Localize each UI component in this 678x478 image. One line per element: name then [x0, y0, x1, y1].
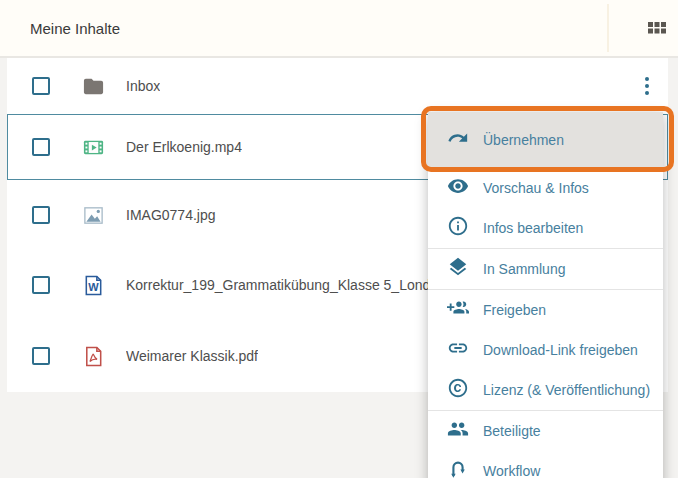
menu-item-label: Workflow — [483, 463, 540, 478]
menu-item-label: Lizenz (& Veröffentlichung) — [483, 382, 650, 398]
menu-item-label: Download-Link freigeben — [483, 342, 638, 358]
word-file-icon: W — [81, 273, 105, 297]
image-file-icon — [81, 203, 105, 227]
grid-view-icon — [647, 18, 667, 42]
people-icon — [447, 418, 469, 444]
file-name: Korrektur_199_Grammatikübung_Klasse 5_Lo… — [126, 277, 430, 293]
pdf-file-icon — [81, 344, 105, 368]
menu-item-label: Beteiligte — [483, 423, 541, 439]
menu-item-in-sammlung[interactable]: In Sammlung — [428, 249, 663, 289]
row-checkbox[interactable] — [32, 276, 50, 294]
menu-item-infos-bearbeiten[interactable]: Infos bearbeiten — [428, 208, 663, 248]
menu-item-vorschau-infos[interactable]: Vorschau & Infos — [428, 168, 663, 208]
file-name: Inbox — [126, 78, 160, 94]
menu-item-label: Übernehmen — [483, 132, 564, 148]
redo-arrow-icon — [447, 127, 469, 153]
app-window: Meine Inhalte Inbox — [0, 0, 678, 478]
menu-item-label: Freigeben — [483, 302, 546, 318]
grid-view-button[interactable] — [646, 19, 668, 41]
page-title: Meine Inhalte — [30, 0, 120, 56]
menu-item-freigeben[interactable]: Freigeben — [428, 290, 663, 330]
file-name: Weimarer Klassik.pdf — [126, 348, 258, 364]
layers-icon — [447, 256, 469, 282]
info-circle-icon — [447, 215, 469, 241]
top-bar: Meine Inhalte — [0, 0, 678, 58]
menu-item-label: In Sammlung — [483, 261, 565, 277]
copyright-icon — [447, 377, 469, 403]
eye-icon — [447, 175, 469, 201]
person-add-icon — [447, 297, 469, 323]
file-name: Der Erlkoenig.mp4 — [126, 139, 242, 155]
file-name: IMAG0774.jpg — [126, 207, 216, 223]
row-checkbox[interactable] — [32, 138, 50, 156]
row-checkbox[interactable] — [32, 347, 50, 365]
menu-item-workflow[interactable]: Workflow — [428, 451, 663, 478]
svg-text:W: W — [88, 280, 99, 292]
context-menu: Übernehmen Vorschau & Infos Infos bearbe… — [428, 112, 663, 478]
menu-item-download-link[interactable]: Download-Link freigeben — [428, 330, 663, 370]
video-file-icon — [81, 135, 105, 159]
toolbar-divider — [607, 4, 609, 52]
row-checkbox[interactable] — [32, 77, 50, 95]
menu-item-label: Vorschau & Infos — [483, 180, 589, 196]
list-item[interactable]: Inbox — [7, 58, 668, 114]
link-icon — [447, 337, 469, 363]
menu-item-label: Infos bearbeiten — [483, 220, 583, 236]
kebab-menu-icon[interactable] — [634, 71, 660, 101]
menu-item-uebernehmen[interactable]: Übernehmen — [428, 112, 663, 168]
row-checkbox[interactable] — [32, 206, 50, 224]
menu-item-lizenz[interactable]: Lizenz (& Veröffentlichung) — [428, 370, 663, 410]
folder-icon — [81, 74, 105, 98]
menu-item-beteiligte[interactable]: Beteiligte — [428, 411, 663, 451]
workflow-arrows-icon — [447, 458, 469, 478]
